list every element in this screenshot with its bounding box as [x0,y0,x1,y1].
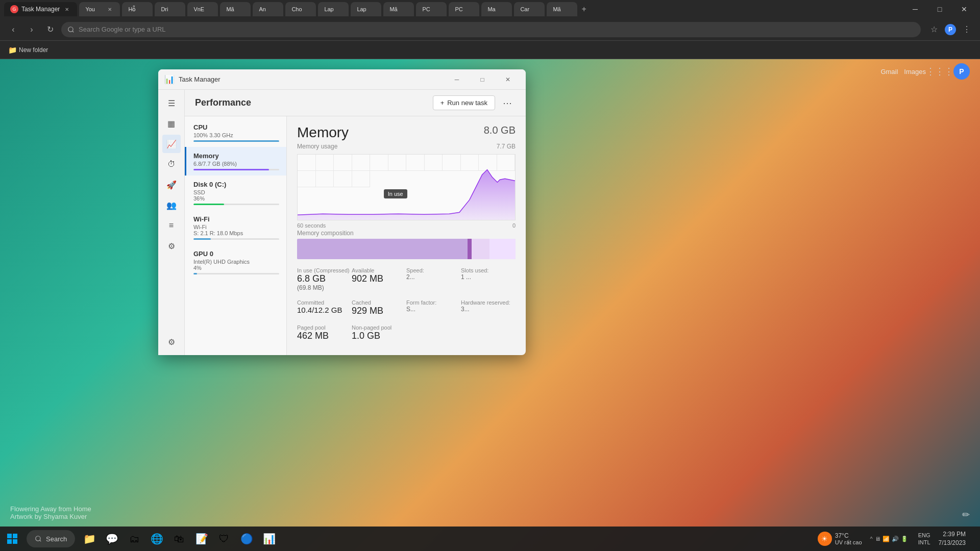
taskbar-files-icon[interactable]: 🗂 [124,529,144,549]
perf-cpu-name: CPU [193,123,279,131]
taskbar-security-icon[interactable]: 🛡 [214,529,234,549]
mem-comp-modified [468,239,472,259]
tray-battery-icon[interactable]: 🔋 [901,536,908,542]
new-tab-button[interactable]: + [581,5,586,14]
tab-ho[interactable]: Hỗ [122,2,153,16]
perf-item-wifi[interactable]: Wi-Fi Wi-Fi S: 2.1 R: 18.0 Mbps [185,210,286,245]
tab-cho[interactable]: Cho [285,2,316,16]
tab-pc2[interactable]: PC [449,2,479,16]
perf-item-memory[interactable]: Memory 6.8/7.7 GB (88%) [185,147,286,176]
lang-indicator[interactable]: ENGINTL [914,532,935,546]
sidebar-icon-startup[interactable]: 🚀 [162,176,181,194]
weather-widget[interactable]: ☀ 37°C UV rất cao [814,532,866,546]
start-button[interactable] [0,527,24,551]
sidebar-icon-menu[interactable]: ☰ [162,94,181,112]
taskbar-notes-icon[interactable]: 📝 [191,529,212,549]
gmail-link[interactable]: Gmail [880,68,898,76]
browser-toolbar: ‹ › ↻ Search Google or type a URL ☆ P ⋮ [0,18,980,41]
taskbar-chat-icon[interactable]: 💬 [102,529,122,549]
more-options-button[interactable]: ⋯ [499,95,516,111]
edit-background-button[interactable]: ✏ [962,509,970,520]
tray-network-icon[interactable]: 🖥 [875,536,880,542]
stat-slots: Slots used: 1 ... [461,265,516,293]
browser-close-button[interactable]: ✕ [952,1,976,17]
tab-lap1[interactable]: Lap [318,2,349,16]
perf-cpu-bar-fill [193,140,279,142]
taskmanager-maximize-button[interactable]: □ [471,71,494,88]
run-new-task-button[interactable]: + Run new task [433,95,495,110]
sidebar-icon-history[interactable]: ⏱ [162,155,181,173]
language-text: ENGINTL [918,532,930,546]
sidebar-icon-details[interactable]: ≡ [162,216,181,235]
stat-committed: Committed 10.4/12.2 GB [297,297,352,318]
active-tab[interactable]: G Task Manager ✕ [4,2,77,16]
tab-ma2[interactable]: Mã [383,2,414,16]
taskbar-edge-icon[interactable]: 🌐 [146,529,167,549]
browser-maximize-button[interactable]: □ [928,1,951,17]
browser-profile-button[interactable]: P [943,22,958,37]
mem-comp-in-use [297,239,468,259]
tab-ma4[interactable]: Mã [547,2,577,16]
tray-arrow-icon[interactable]: ^ [870,536,873,542]
sidebar-icon-users[interactable]: 👥 [162,196,181,214]
perf-item-cpu[interactable]: CPU 100% 3.30 GHz [185,118,286,147]
perf-wifi-bar-fill [193,238,211,240]
memory-chart: In use [297,154,516,220]
tray-volume-icon[interactable]: 🔊 [892,536,899,542]
clock-time: 2:39 PM [939,530,966,539]
taskbar-chrome-icon[interactable]: 🔵 [236,529,257,549]
tab-an[interactable]: An [253,2,283,16]
address-bar[interactable]: Search Google or type a URL [61,22,921,37]
perf-disk-detail2: 36% [193,195,279,202]
bookmark-label: New folder [19,46,48,54]
google-apps-button[interactable]: ⋮⋮⋮ [932,64,947,79]
watermark-artist: Artwork by Shyama Kuver [10,513,91,520]
performance-list: CPU 100% 3.30 GHz Memory 6.8/7.7 GB (88%… [185,116,287,355]
perf-item-disk[interactable]: Disk 0 (C:) SSD 36% [185,176,286,210]
sidebar-icon-performance[interactable]: 📈 [162,135,181,153]
tab-close-youtube[interactable]: ✕ [106,5,114,13]
taskmanager-close-button[interactable]: ✕ [496,71,520,88]
taskbar-search-box[interactable]: Search [27,530,75,547]
tab-car[interactable]: Car [514,2,545,16]
perf-gpu-detail1: Intel(R) UHD Graphics [193,259,279,265]
back-button[interactable]: ‹ [6,22,20,37]
taskbar-store-icon[interactable]: 🛍 [169,529,189,549]
forward-button[interactable]: › [24,22,39,37]
tab-youtube[interactable]: You ✕ [79,2,120,16]
tab-drive[interactable]: Dri [155,2,185,16]
sidebar-icon-services[interactable]: ⚙ [162,237,181,255]
perf-cpu-bar [193,140,279,142]
tab-close-button[interactable]: ✕ [63,5,71,13]
google-avatar[interactable]: P [953,63,970,80]
sidebar-icon-settings[interactable]: ⚙ [162,333,181,351]
memory-chart-labels: 60 seconds 0 [297,222,516,229]
weather-icon: ☀ [818,532,832,546]
tab-vne[interactable]: VnE [187,2,218,16]
refresh-button[interactable]: ↻ [43,22,57,37]
taskmanager-minimize-button[interactable]: ─ [445,71,469,88]
taskbar-taskmanager-icon[interactable]: 📊 [259,529,279,549]
perf-memory-name: Memory [193,152,279,160]
taskmanager-section-title: Performance [195,97,251,108]
in-use-tooltip: In use [384,189,407,198]
memory-composition-bar [297,239,516,259]
clock[interactable]: 2:39 PM 7/13/2023 [939,530,966,547]
bookmark-star-button[interactable]: ☆ [927,22,941,37]
taskbar-file-explorer-icon[interactable]: 📁 [79,529,100,549]
browser-settings-button[interactable]: ⋮ [960,22,974,37]
tab-pc1[interactable]: PC [416,2,447,16]
tab-ma3[interactable]: Ma [481,2,512,16]
perf-disk-detail1: SSD [193,189,279,195]
perf-item-gpu[interactable]: GPU 0 Intel(R) UHD Graphics 4% [185,245,286,280]
bookmark-new-folder[interactable]: 📁 New folder [4,44,52,56]
taskmanager-body: ☰ ▦ 📈 ⏱ 🚀 👥 ≡ ⚙ ⚙ Performance [158,90,526,355]
sidebar-icon-processes[interactable]: ▦ [162,114,181,133]
tab-lap2[interactable]: Lap [351,2,381,16]
taskmanager-header: Performance + Run new task ⋯ [185,90,526,116]
browser-minimize-button[interactable]: ─ [903,1,927,17]
images-link[interactable]: Images [904,68,926,76]
perf-wifi-name: Wi-Fi [193,215,279,223]
tab-ma1[interactable]: Mã [220,2,251,16]
tray-wifi-icon[interactable]: 📶 [883,536,890,542]
